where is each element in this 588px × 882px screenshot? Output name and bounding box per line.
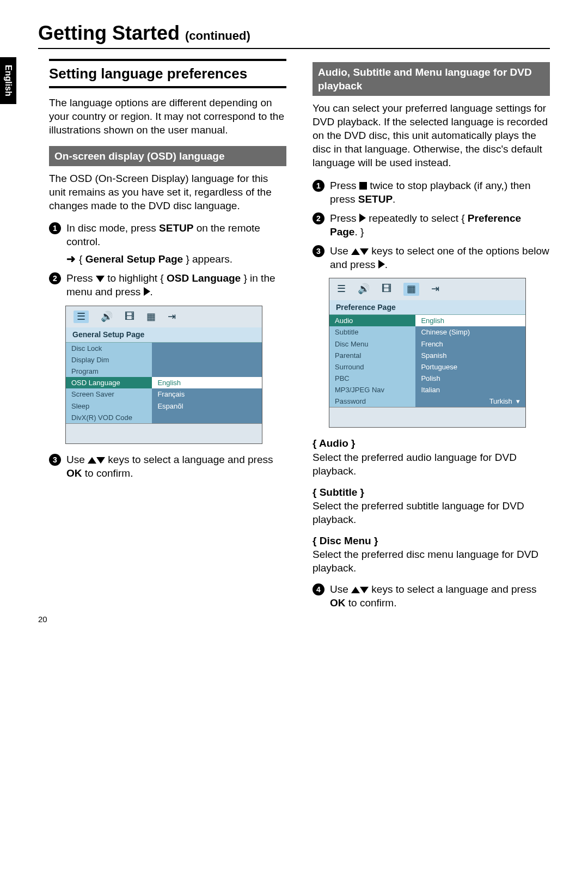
manual-page: English Getting Started (continued) Sett… — [0, 0, 588, 637]
option-body: Select the preferred disc menu language … — [313, 548, 550, 575]
arrow-right-icon — [378, 260, 385, 269]
osd-item: PBC — [329, 373, 415, 384]
text: keys to select a language and press — [105, 454, 273, 465]
page-title: Getting Started (continued) — [38, 22, 550, 45]
text: . — [385, 259, 388, 270]
osd-screenshot-preference: ☰ 🔊 🎞 ▦ ⇥ Preference Page Audio Subtitle… — [329, 278, 526, 428]
step-number-icon: 2 — [313, 212, 324, 224]
text: . — [393, 193, 395, 205]
osd-item: Disc Lock — [66, 343, 152, 354]
osd-icon-row: ☰ 🔊 🎞 ▦ ⇥ — [66, 306, 262, 328]
osd-item: Display Dim — [66, 354, 152, 366]
step-number-icon: 1 — [313, 180, 324, 192]
setup-label: SETUP — [159, 222, 193, 234]
language-tab: English — [0, 57, 16, 104]
osd-item: Italian — [415, 384, 525, 396]
option-subtitle: { Subtitle } Select the preferred subtit… — [313, 485, 550, 526]
speaker-icon: 🔊 — [358, 283, 370, 296]
step-1: 1 Press twice to stop playback (if any,)… — [313, 179, 550, 206]
osd-item: French — [415, 338, 525, 350]
arrow-up-icon — [88, 457, 96, 464]
title-rule — [38, 48, 550, 49]
osd-spacer — [152, 412, 262, 423]
option-title: { Subtitle } — [313, 485, 550, 499]
option-title: { Audio } — [313, 436, 550, 450]
osd-item: Spanish — [415, 350, 525, 361]
osd-menu-title: General Setup Page — [66, 327, 262, 342]
option-body: Select the preferred audio language for … — [313, 451, 550, 478]
step-2: 2 Press to highlight { OSD Language } in… — [49, 271, 286, 299]
subheading-bar: On-screen display (OSD) language — [49, 146, 286, 166]
option-disc-menu: { Disc Menu } Select the preferred disc … — [313, 534, 550, 575]
step-body: Use keys to select a language and press … — [66, 453, 286, 480]
osd-item-selected: Audio — [329, 315, 415, 326]
osd-spacer — [152, 354, 262, 366]
text: keys to select a language and press — [369, 583, 536, 595]
osd-left-list: Disc Lock Display Dim Program OSD Langua… — [66, 343, 152, 423]
osd-spacer — [152, 343, 262, 354]
step-number-icon: 3 — [49, 454, 61, 466]
section-heading: Setting language preferences — [49, 59, 286, 88]
osd-item: DivX(R) VOD Code — [66, 412, 152, 423]
osd-item: Parental — [329, 350, 415, 361]
apps-icon: ▦ — [403, 283, 419, 296]
osd-item: Polish — [415, 373, 525, 384]
text: Use — [330, 245, 351, 257]
step-1: 1 In disc mode, press SETUP on the remot… — [49, 221, 286, 266]
subheading-bar: Audio, Subtitle and Menu language for DV… — [313, 62, 550, 96]
step-2: 2 Press repeatedly to select { Preferenc… — [313, 211, 550, 239]
text: repeatedly to select { — [366, 212, 468, 224]
film-icon: 🎞 — [382, 283, 391, 296]
general-setup-page-label: General Setup Page — [85, 253, 183, 265]
osd-item: Surround — [329, 361, 415, 373]
exit-icon: ⇥ — [168, 311, 176, 324]
step-3: 3 Use keys to select one of the options … — [313, 244, 550, 271]
text: to highlight { — [105, 272, 167, 284]
exit-icon: ⇥ — [431, 283, 439, 296]
step-body: Use keys to select one of the options be… — [330, 244, 550, 271]
osd-body: Audio Subtitle Disc Menu Parental Surrou… — [329, 314, 525, 407]
arrow-down-icon — [360, 248, 369, 255]
right-column: Audio, Subtitle and Menu language for DV… — [313, 59, 550, 615]
text: Press — [66, 272, 96, 284]
step-number-icon: 3 — [313, 245, 324, 257]
osd-item: Subtitle — [329, 326, 415, 338]
arrow-down-icon — [360, 587, 369, 593]
step-body: In disc mode, press SETUP on the remote … — [66, 221, 286, 266]
osd-item: MP3/JPEG Nav — [329, 384, 415, 396]
arrow-go-icon: ➜ — [66, 252, 76, 266]
page-number: 20 — [38, 615, 47, 624]
text: Press — [330, 180, 359, 191]
title-main: Getting Started — [38, 22, 180, 44]
option-title: { Disc Menu } — [313, 534, 550, 548]
osd-left-list: Audio Subtitle Disc Menu Parental Surrou… — [329, 315, 415, 407]
text: Press — [330, 212, 359, 224]
intro-paragraph: You can select your preferred language s… — [313, 101, 550, 169]
step-4: 4 Use keys to select a language and pres… — [313, 582, 550, 610]
film-icon: 🎞 — [125, 311, 134, 324]
text: In disc mode, press — [66, 222, 159, 234]
text: } appears. — [183, 253, 232, 265]
text: { — [79, 253, 85, 265]
text: . } — [354, 226, 364, 238]
osd-body: Disc Lock Display Dim Program OSD Langua… — [66, 342, 262, 423]
osd-item: Screen Saver — [66, 388, 152, 400]
arrow-up-icon — [351, 248, 360, 255]
osd-item: Espanõl — [152, 400, 262, 412]
text: . — [150, 286, 153, 297]
ok-label: OK — [330, 597, 346, 609]
osd-spacer — [152, 366, 262, 377]
content-columns: Setting language preferences The languag… — [49, 59, 550, 615]
osd-paragraph: The OSD (On-Screen Display) language for… — [49, 172, 286, 212]
step-number-icon: 2 — [49, 272, 61, 284]
step-body: Press repeatedly to select { Preference … — [330, 211, 550, 239]
settings-icon: ☰ — [337, 283, 346, 296]
settings-icon: ☰ — [74, 311, 89, 324]
step-number-icon: 4 — [313, 583, 324, 595]
osd-item: Program — [66, 366, 152, 377]
step-3: 3 Use keys to select a language and pres… — [49, 453, 286, 480]
step-body: Press twice to stop playback (if any,) t… — [330, 179, 550, 206]
osd-item: Portuguese — [415, 361, 525, 373]
speaker-icon: 🔊 — [101, 311, 113, 324]
osd-item: Français — [152, 388, 262, 400]
